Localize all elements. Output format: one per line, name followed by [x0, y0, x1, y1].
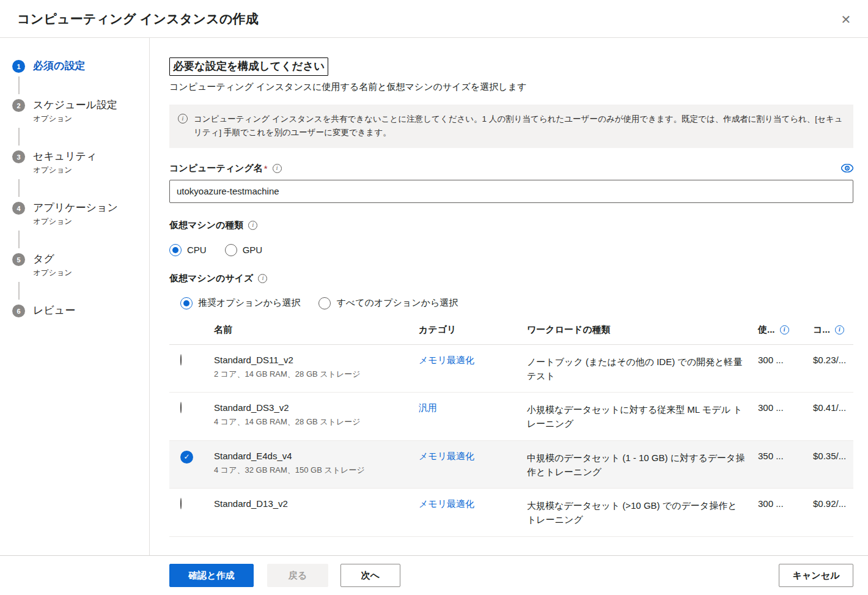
row-radio[interactable]: [180, 402, 182, 413]
info-icon[interactable]: i: [248, 221, 257, 230]
vm-workload: ノートブック (またはその他の IDE) での開発と軽量テスト: [527, 355, 746, 383]
info-icon[interactable]: i: [835, 325, 844, 334]
radio-recommended-options[interactable]: 推奨オプションから選択: [180, 297, 300, 309]
table-row[interactable]: Standard_D13_v2 メモリ最適化 大規模なデータセット (>10 G…: [169, 489, 853, 537]
vm-type-radio-group: CPU GPU: [169, 244, 853, 256]
radio-label: GPU: [243, 245, 263, 255]
column-header-cost-label: コ...: [813, 324, 830, 336]
step-number-badge: 5: [12, 253, 25, 266]
step-connector: [18, 282, 20, 300]
column-header-category[interactable]: カテゴリ: [419, 324, 527, 336]
step-connector: [18, 76, 20, 94]
step-review[interactable]: 6 レビュー: [12, 303, 149, 317]
row-radio[interactable]: [180, 498, 182, 509]
table-row[interactable]: Standard_DS11_v2 2 コア、14 GB RAM、28 GB スト…: [169, 345, 853, 393]
step-number-badge: 2: [12, 99, 25, 112]
vm-size-label: 仮想マシンのサイズ: [169, 273, 253, 284]
vm-workload: 大規模なデータセット (>10 GB) でのデータ操作とトレーニング: [527, 498, 746, 527]
vm-size-radio-group: 推奨オプションから選択 すべてのオプションから選択: [180, 297, 853, 309]
vm-category-link[interactable]: メモリ最適化: [419, 451, 474, 461]
column-header-name[interactable]: 名前: [214, 324, 419, 336]
vm-type-label-row: 仮想マシンの種類 i: [169, 220, 853, 231]
radio-circle: [225, 244, 237, 256]
vm-cost: $0.35/...: [813, 451, 846, 461]
column-header-cost[interactable]: コ... i: [813, 324, 853, 336]
compute-name-label-row: コンピューティング名 * i: [169, 163, 853, 174]
info-icon: i: [178, 114, 188, 124]
vm-spec: 2 コア、14 GB RAM、28 GB ストレージ: [214, 369, 413, 380]
vm-category-link[interactable]: メモリ最適化: [419, 498, 474, 509]
column-header-quota-label: 使...: [758, 324, 775, 336]
vm-size-label-row: 仮想マシンのサイズ i: [169, 273, 853, 284]
table-row-selected[interactable]: ✓ Standard_E4ds_v4 4 コア、32 GB RAM、150 GB…: [169, 441, 853, 489]
step-security[interactable]: 3 セキュリティ オプション: [12, 149, 149, 176]
info-icon[interactable]: i: [273, 164, 282, 173]
page-title: 必要な設定を構成してください: [169, 57, 328, 76]
compute-name-label: コンピューティング名: [169, 163, 263, 174]
step-connector: [18, 231, 20, 248]
step-label: 必須の設定: [33, 59, 85, 73]
step-number-badge: 4: [12, 202, 25, 215]
step-number-badge: 1: [12, 60, 25, 73]
step-number-badge: 3: [12, 150, 25, 163]
required-asterisk: *: [264, 163, 268, 174]
vm-spec: 4 コア、32 GB RAM、150 GB ストレージ: [214, 465, 413, 476]
step-connector: [18, 179, 20, 197]
radio-all-options[interactable]: すべてのオプションから選択: [318, 297, 458, 309]
step-optional-note: オプション: [33, 268, 72, 278]
dialog-footer: 確認と作成 戻る 次へ キャンセル: [0, 555, 868, 595]
step-label: レビュー: [33, 303, 75, 317]
main-panel: 必要な設定を構成してください コンピューティング インスタンスに使用する名前と仮…: [150, 38, 868, 555]
vm-cost: $0.92/...: [813, 498, 846, 509]
wizard-stepper: 1 必須の設定 2 スケジュール設定 オプション 3 セキュリティ オプション …: [0, 38, 150, 555]
step-tags[interactable]: 5 タグ オプション: [12, 252, 149, 278]
step-optional-note: オプション: [33, 165, 97, 176]
radio-circle: [318, 297, 331, 309]
vm-workload: 小規模なデータセットに対する従来型 ML モデル トレーニング: [527, 402, 746, 431]
info-icon[interactable]: i: [780, 325, 789, 334]
step-applications[interactable]: 4 アプリケーション オプション: [12, 201, 149, 227]
step-required-settings[interactable]: 1 必須の設定: [12, 59, 149, 73]
step-label: スケジュール設定: [33, 98, 117, 112]
compute-name-input[interactable]: [169, 180, 853, 203]
vm-type-label: 仮想マシンの種類: [169, 220, 243, 231]
radio-circle: [180, 297, 193, 309]
selected-check-icon[interactable]: ✓: [180, 451, 193, 464]
vm-category-link[interactable]: 汎用: [419, 402, 437, 413]
dialog-header: コンピューティング インスタンスの作成 ✕: [0, 0, 868, 38]
column-header-quota[interactable]: 使... i: [758, 324, 813, 336]
column-header-workload[interactable]: ワークロードの種類: [527, 324, 758, 336]
back-button[interactable]: 戻る: [267, 564, 328, 587]
vm-cost: $0.23/...: [813, 355, 846, 365]
cancel-button[interactable]: キャンセル: [779, 564, 853, 587]
step-optional-note: オプション: [33, 216, 118, 227]
vm-name: Standard_DS3_v2: [214, 402, 413, 413]
review-and-create-button[interactable]: 確認と作成: [169, 564, 254, 587]
close-icon[interactable]: ✕: [837, 11, 855, 28]
create-compute-instance-dialog: コンピューティング インスタンスの作成 ✕ 1 必須の設定 2 スケジュール設定…: [0, 0, 868, 595]
step-optional-note: オプション: [33, 114, 117, 124]
eye-icon[interactable]: [841, 164, 853, 172]
radio-label: 推奨オプションから選択: [198, 297, 300, 309]
step-connector: [18, 128, 20, 146]
vm-quota: 300 ...: [758, 402, 784, 413]
radio-cpu[interactable]: CPU: [169, 244, 207, 256]
vm-category-link[interactable]: メモリ最適化: [419, 355, 474, 365]
table-row[interactable]: Standard_DS3_v2 4 コア、14 GB RAM、28 GB ストレ…: [169, 393, 853, 441]
vm-size-table: 名前 カテゴリ ワークロードの種類 使... i コ... i Standard…: [169, 324, 853, 537]
step-label: タグ: [33, 252, 72, 266]
page-subtitle: コンピューティング インスタンスに使用する名前と仮想マシンのサイズを選択します: [169, 81, 853, 93]
row-radio[interactable]: [180, 354, 182, 366]
vm-quota: 300 ...: [758, 498, 784, 509]
vm-quota: 350 ...: [758, 451, 784, 461]
vm-quota: 300 ...: [758, 355, 784, 365]
info-icon[interactable]: i: [258, 274, 267, 283]
vm-workload: 中規模のデータセット (1 - 10 GB) に対するデータ操作とトレーニング: [527, 451, 746, 479]
vm-name: Standard_D13_v2: [214, 498, 413, 509]
next-button[interactable]: 次へ: [340, 564, 400, 587]
step-label: セキュリティ: [33, 149, 97, 163]
radio-gpu[interactable]: GPU: [225, 244, 263, 256]
step-schedule[interactable]: 2 スケジュール設定 オプション: [12, 98, 149, 124]
info-banner: i コンピューティング インスタンスを共有できないことに注意してください。1 人…: [169, 105, 853, 148]
dialog-title: コンピューティング インスタンスの作成: [17, 10, 259, 28]
